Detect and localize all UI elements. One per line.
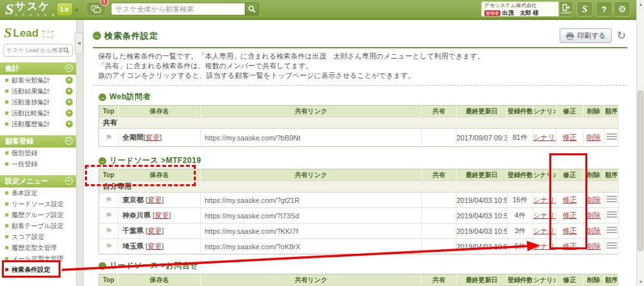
- expand-plus-icon[interactable]: +: [66, 77, 73, 84]
- change-link[interactable]: 変更: [146, 133, 160, 141]
- scroll-up-arrow-icon[interactable]: ▲: [638, 2, 643, 6]
- change-link[interactable]: 変更: [147, 242, 162, 250]
- sidebar-section-settings-menu[interactable]: 設定メニュー −: [0, 175, 76, 187]
- scenario-link[interactable]: シナリオ: [533, 242, 556, 250]
- help-button[interactable]: ?: [596, 1, 612, 17]
- sidebar-item-history-group-settings[interactable]: 履歴グループ設定: [0, 209, 76, 220]
- refresh-icon[interactable]: ↻: [617, 31, 626, 41]
- scenario-link[interactable]: シナリオ: [533, 211, 556, 219]
- sidebar-item-bulk-registration[interactable]: 一括登録: [0, 158, 76, 169]
- sidebar-item-activity-progress-agg[interactable]: 活動進捗集計+: [0, 97, 76, 108]
- last-updated: 2019/04/03 10:54: [457, 239, 507, 254]
- scenario-link[interactable]: シナリオ: [533, 196, 556, 204]
- bullet-icon: [5, 224, 8, 227]
- lead-logo[interactable]: S Lead サスケ リード: [0, 20, 76, 41]
- global-search-input[interactable]: [111, 3, 245, 15]
- change-link[interactable]: 変更: [147, 196, 162, 204]
- sidebar-item-activity-result-agg[interactable]: 活動結果集計+: [0, 86, 76, 97]
- print-button[interactable]: 印刷する: [560, 28, 612, 43]
- vertical-scrollbar[interactable]: ▲ ▼: [636, 0, 644, 286]
- expand-plus-icon[interactable]: +: [66, 88, 73, 95]
- chat-notification-badge: 1: [100, 0, 108, 6]
- group-row-shared: 共有: [99, 117, 619, 129]
- sidebar-item-basic-settings[interactable]: 基本設定: [0, 187, 76, 198]
- expand-plus-icon[interactable]: +: [66, 110, 73, 117]
- reorder-handle[interactable]: [607, 211, 617, 218]
- expand-plus-icon[interactable]: +: [66, 120, 73, 128]
- current-user-box: デモシステム株式会社 管理者 出茂 太郎 様: [481, 1, 559, 17]
- edit-link[interactable]: 修正: [563, 227, 577, 234]
- last-updated: 2019/04/03 10:54: [457, 193, 507, 208]
- sidebar-item-individual-registration[interactable]: 個別登録: [0, 148, 76, 158]
- collapse-minus-icon[interactable]: −: [65, 137, 73, 145]
- flag-icon[interactable]: ⚑: [104, 226, 113, 236]
- saaske-logo-s: S: [5, 1, 14, 18]
- saved-search-name: 千葉県: [122, 227, 144, 234]
- scrollbar-thumb[interactable]: [638, 90, 643, 251]
- collapse-minus-icon[interactable]: −: [65, 177, 73, 185]
- saaske-home-button[interactable]: S: [576, 1, 593, 17]
- bullet-icon: [5, 268, 8, 271]
- sidebar-item-mail-template-mgmt[interactable]: メール定型文管理: [0, 253, 76, 264]
- col-header-scenario: シナリオ: [533, 169, 556, 181]
- sidebar-item-customer-class-agg[interactable]: 顧客分類集計+: [0, 75, 76, 86]
- search-icon: [63, 47, 70, 53]
- saved-search-name: 埼玉県: [122, 242, 144, 250]
- delete-link[interactable]: 削除: [587, 211, 601, 219]
- last-updated: 2019/04/03 10:54: [457, 224, 507, 239]
- section-title: 顧客登録: [5, 137, 33, 145]
- reorder-handle[interactable]: [607, 133, 617, 140]
- sidebar-search-input[interactable]: [6, 47, 63, 53]
- sidebar-item-leadsource-settings[interactable]: リードソース設定: [0, 198, 76, 209]
- col-header-delete: 削除: [583, 106, 605, 117]
- delete-link[interactable]: 削除: [587, 227, 601, 234]
- edit-link[interactable]: 修正: [563, 133, 577, 141]
- reorder-handle[interactable]: [607, 242, 617, 249]
- scenario-link[interactable]: シナリオ: [533, 133, 556, 141]
- flag-icon[interactable]: ⚑: [104, 133, 113, 142]
- flag-icon[interactable]: ⚑: [104, 242, 113, 251]
- reorder-handle[interactable]: [607, 196, 617, 203]
- sidebar-section-aggregation[interactable]: 集計 −: [0, 62, 76, 75]
- app-switch-caret-icon[interactable]: [75, 9, 79, 12]
- sidebar-item-customer-table-settings[interactable]: 顧客テーブル設定: [0, 220, 76, 231]
- scroll-down-arrow-icon[interactable]: ▼: [638, 280, 643, 284]
- sidebar-item-activity-compare-agg[interactable]: 活動比較集計+: [0, 108, 76, 119]
- edit-link[interactable]: 修正: [563, 196, 577, 204]
- scenario-link[interactable]: シナリオ: [533, 227, 556, 234]
- sidebar-item-activity-history-agg[interactable]: 活動履歴集計+: [0, 119, 76, 129]
- change-link[interactable]: 変更: [147, 227, 162, 234]
- expand-plus-icon[interactable]: +: [66, 99, 73, 106]
- sidebar-item-search-condition-settings[interactable]: 検索条件設定: [0, 264, 76, 275]
- section-arrow-icon: →: [99, 262, 106, 270]
- collapse-minus-icon[interactable]: −: [65, 64, 73, 72]
- delete-link[interactable]: 削除: [587, 133, 601, 141]
- flag-icon[interactable]: ⚑: [104, 211, 113, 220]
- sidebar-item-score-settings[interactable]: スコア設定: [0, 231, 76, 242]
- section-title-leadsource-mtf2019: → リードソース >MTF2019: [84, 155, 636, 166]
- sidebar-collapse-button[interactable]: ◀: [75, 32, 83, 54]
- page-title: 検索条件設定: [104, 30, 158, 42]
- col-header-share: 共有: [422, 169, 457, 181]
- sidebar-section-customer-registration[interactable]: 顧客登録 −: [0, 135, 76, 148]
- saaske-logo[interactable]: S サスケ S A A S K E: [5, 1, 57, 18]
- logout-button[interactable]: Logout: [559, 1, 573, 17]
- flag-icon[interactable]: ⚑: [104, 195, 113, 205]
- col-header-updated: 最終更新日: [457, 106, 507, 117]
- web-visitors-table: Top保存名共有リンク共有最終更新日登録件数シナリオ修正削除順序 共有 ⚑ 全期…: [99, 105, 619, 147]
- delete-link[interactable]: 削除: [587, 242, 601, 250]
- edit-link[interactable]: 修正: [563, 211, 577, 219]
- col-header-updated: 最終更新日: [457, 274, 507, 286]
- change-link[interactable]: 変更: [155, 211, 169, 219]
- reorder-handle[interactable]: [607, 227, 617, 234]
- col-header-top: Top: [99, 106, 118, 117]
- settings-gear-button[interactable]: ⚙: [614, 1, 630, 17]
- col-header-share: 共有: [422, 274, 457, 286]
- lead-app-button[interactable]: Le: [57, 3, 73, 16]
- record-count: 16件: [507, 193, 533, 208]
- edit-link[interactable]: 修正: [563, 242, 577, 250]
- delete-link[interactable]: 削除: [587, 196, 601, 204]
- global-search-button[interactable]: [245, 3, 259, 15]
- leadsource-inquiry-table: Top保存名共有リンク共有最終更新日登録件数シナリオ修正削除順序 共有: [99, 274, 619, 286]
- sidebar-item-history-template-mgmt[interactable]: 履歴定型文管理: [0, 242, 76, 253]
